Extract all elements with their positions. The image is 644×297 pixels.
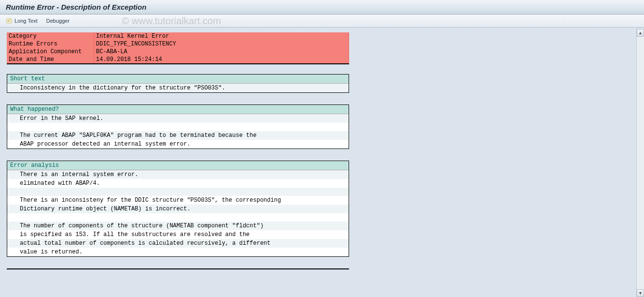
long-text-icon <box>6 17 13 24</box>
window-title: Runtime Error - Description of Exception <box>0 0 644 15</box>
app-component-value: BC-ABA-LA <box>94 48 349 56</box>
runtime-errors-label: Runtime Errors <box>7 40 94 48</box>
app-component-label: Application Component <box>7 48 94 56</box>
scroll-track[interactable] <box>637 37 644 289</box>
datetime-label: Date and Time <box>7 56 94 64</box>
text-line: value is returned. <box>7 248 349 256</box>
text-line <box>7 213 349 222</box>
text-line: The number of components of the structur… <box>7 222 349 230</box>
what-happened-header: What happened? <box>7 105 349 114</box>
long-text-button[interactable]: Long Text <box>6 17 38 24</box>
table-row: Runtime Errors DDIC_TYPE_INCONSISTENCY <box>7 40 349 48</box>
error-info-table: Category Internal Kernel Error Runtime E… <box>7 32 349 64</box>
vertical-scrollbar[interactable]: ▲ ▼ <box>636 29 644 297</box>
text-line: There is an internal system error. <box>7 170 349 179</box>
short-text-body: Inconsistency in the dictionary for the … <box>7 84 349 92</box>
text-line: The current ABAP "SAPLF0KA" program had … <box>7 131 349 140</box>
content-area: Category Internal Kernel Error Runtime E… <box>0 28 644 274</box>
scroll-up-icon[interactable]: ▲ <box>637 29 644 37</box>
text-line: There is an inconsisteny for the DDIC st… <box>7 196 349 205</box>
category-value: Internal Kernel Error <box>94 32 349 40</box>
text-line: is specified as 153. If all the substruc… <box>7 230 349 239</box>
what-happened-body: Error in the SAP kernel.The current ABAP… <box>7 114 349 148</box>
section-divider <box>7 268 349 269</box>
runtime-errors-value: DDIC_TYPE_INCONSISTENCY <box>94 40 349 48</box>
category-label: Category <box>7 32 94 40</box>
short-text-section: Short text Inconsistency in the dictiona… <box>7 74 349 93</box>
text-line: Error in the SAP kernel. <box>7 114 349 123</box>
error-analysis-body: There is an internal system error.elimin… <box>7 170 349 256</box>
error-analysis-section: Error analysis There is an internal syst… <box>7 161 349 257</box>
what-happened-section: What happened? Error in the SAP kernel.T… <box>7 104 349 149</box>
text-line <box>7 123 349 131</box>
text-line: Inconsistency in the dictionary for the … <box>7 84 349 92</box>
error-analysis-header: Error analysis <box>7 161 349 170</box>
text-line <box>7 188 349 196</box>
datetime-value: 14.09.2018 15:24:14 <box>94 56 349 64</box>
short-text-header: Short text <box>7 74 349 84</box>
scroll-down-icon[interactable]: ▼ <box>637 289 644 297</box>
text-line: Dictionary runtime object (NAMETAB) is i… <box>7 205 349 213</box>
toolbar: Long Text Debugger <box>0 15 644 28</box>
text-line: ABAP processor detected an internal syst… <box>7 140 349 148</box>
debugger-button[interactable]: Debugger <box>46 18 70 24</box>
table-row: Application Component BC-ABA-LA <box>7 48 349 56</box>
table-row: Date and Time 14.09.2018 15:24:14 <box>7 56 349 64</box>
long-text-label: Long Text <box>15 18 38 24</box>
table-row: Category Internal Kernel Error <box>7 32 349 40</box>
debugger-label: Debugger <box>46 18 70 24</box>
text-line: actual total number of components is cal… <box>7 239 349 248</box>
text-line: eliminated with ABAP/4. <box>7 179 349 188</box>
